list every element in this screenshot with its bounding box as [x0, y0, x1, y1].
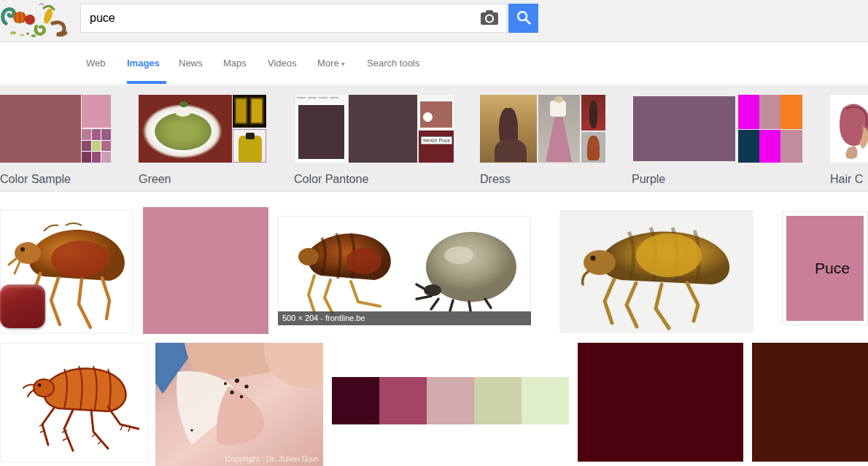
search-button[interactable]	[508, 4, 538, 33]
palette-swatch-4	[474, 377, 522, 424]
result-flea-photo[interactable]	[0, 209, 133, 333]
tab-news[interactable]: News	[179, 42, 203, 84]
tab-maps[interactable]: Maps	[223, 42, 247, 84]
result-puce-color-palette[interactable]	[332, 377, 569, 424]
palette-swatch-2	[379, 377, 427, 424]
search-box	[80, 4, 507, 33]
related-chip-label: Color Sample	[0, 173, 111, 186]
flea-drawing-image	[0, 343, 148, 462]
related-chip-purple-image	[632, 95, 802, 163]
doodle-tomato	[25, 15, 35, 25]
palette-swatch-3	[427, 377, 474, 424]
related-chip-color-pantone[interactable]: french Puce Color Pantone	[294, 95, 454, 186]
purple-grid-dusty-pink-1	[759, 95, 780, 129]
tab-more-label: More	[317, 58, 339, 69]
flea-macro-image	[559, 210, 753, 333]
image-copyright-text: Copyright : Dr. Julien Goin	[225, 454, 319, 463]
green-food-photo	[139, 95, 232, 163]
dress-mannequin-photo	[581, 132, 605, 163]
related-chip-label: Hair C	[830, 173, 868, 186]
search-icon	[516, 9, 532, 26]
flea-and-tick-image	[278, 216, 531, 325]
dress-red-carpet-photo	[581, 95, 605, 131]
purple-grid-navy	[738, 130, 759, 163]
results-nav: Web Images News Maps Videos More▾ Search…	[0, 42, 868, 85]
related-chip-purple[interactable]: Purple	[632, 95, 802, 186]
related-chip-green[interactable]: Green	[139, 95, 266, 186]
related-searches-strip: Color Sample Green	[0, 85, 868, 192]
purple-grid-dusty-pink-2	[780, 130, 802, 163]
doodle-leaf-g	[3, 9, 14, 23]
search-input[interactable]	[81, 4, 475, 32]
camera-icon	[480, 9, 499, 26]
result-cat-ear-fleas-photo[interactable]: Copyright : Dr. Julien Goin	[155, 343, 323, 466]
doodle-gourd	[36, 26, 44, 34]
green-shirt-photo	[233, 129, 266, 163]
purple-grid-magenta-2	[759, 130, 780, 163]
related-chip-color-sample[interactable]: Color Sample	[0, 95, 111, 186]
french-puce-label: french Puce	[421, 136, 452, 144]
related-chip-color-sample-image	[0, 95, 111, 163]
green-cabinet-photo	[233, 95, 266, 128]
search-header	[0, 0, 868, 42]
purple-grid-orange	[780, 95, 802, 129]
google-doodle-logo[interactable]	[0, 1, 69, 41]
tab-web[interactable]: Web	[86, 42, 106, 84]
result-dark-brown-swatch[interactable]	[752, 343, 868, 462]
pantone-main-swatch	[349, 95, 417, 163]
related-chip-dress-image	[480, 95, 605, 163]
result-flea-and-tick-photo[interactable]: 500 × 204 - frontline.be	[278, 216, 531, 325]
red-glossy-swatch	[0, 284, 45, 328]
result-flea-illustration[interactable]	[0, 343, 148, 462]
tab-search-tools[interactable]: Search tools	[367, 42, 419, 84]
search-by-image-camera-button[interactable]	[477, 9, 502, 28]
result-dark-maroon-swatch[interactable]	[578, 343, 743, 462]
result-caption: 500 × 204 - frontline.be	[278, 311, 531, 325]
color-sample-main-swatch	[0, 95, 81, 163]
related-chip-color-pantone-image: french Puce	[294, 95, 454, 163]
palette-swatch-1	[332, 377, 379, 424]
color-sample-clothing-grid	[82, 129, 111, 163]
result-pink-swatch[interactable]	[143, 207, 268, 334]
related-chip-hair-color[interactable]: Hair C	[830, 95, 868, 186]
related-chip-label: Green	[139, 173, 266, 186]
related-chip-label: Color Pantone	[294, 173, 454, 186]
palette-swatch-5	[522, 377, 569, 424]
related-chip-label: Dress	[480, 173, 605, 186]
doodle-horn	[53, 23, 66, 35]
related-chip-dress[interactable]: Dress	[480, 95, 605, 186]
google-images-results-page: Web Images News Maps Videos More▾ Search…	[0, 0, 868, 466]
chevron-down-icon: ▾	[341, 60, 345, 68]
pink-wig-photo	[830, 95, 868, 163]
tab-images[interactable]: Images	[127, 42, 160, 84]
dress-pink-skirt-photo	[538, 95, 580, 163]
result-flea-macro-photo[interactable]	[559, 210, 753, 333]
related-chip-hair-image	[830, 95, 868, 163]
related-chip-label: Purple	[632, 173, 802, 186]
dress-gown-photo	[480, 95, 537, 163]
puce-swatch-label: Puce	[815, 260, 850, 277]
active-tab-indicator	[127, 81, 166, 84]
cat-ear-image	[155, 343, 323, 466]
pantone-fabric-swatch	[419, 95, 454, 129]
pantone-swatch-card	[295, 95, 347, 163]
related-chip-green-image	[139, 95, 266, 163]
purple-grid-magenta-1	[738, 95, 759, 129]
tab-more[interactable]: More▾	[317, 42, 345, 84]
purple-main-swatch	[632, 95, 737, 163]
color-sample-pink-swatch	[82, 95, 111, 128]
tab-videos[interactable]: Videos	[268, 42, 297, 84]
french-puce-swatch: french Puce	[419, 131, 454, 163]
result-puce-swatch-card[interactable]: Puce	[782, 211, 868, 325]
